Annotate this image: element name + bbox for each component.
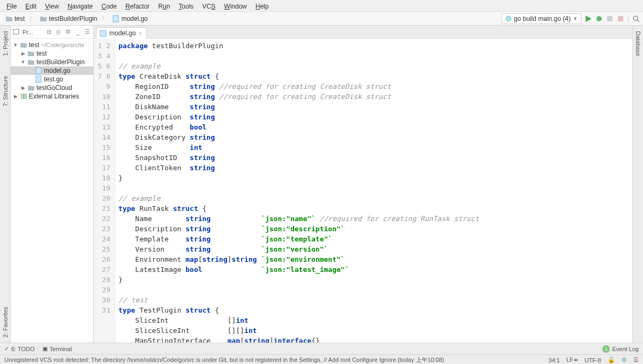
svg-point-6: [633, 16, 638, 20]
run-config-label: go build main.go (4): [514, 15, 571, 22]
project-view-icon[interactable]: [13, 28, 20, 36]
right-toolstrip: Database: [632, 26, 643, 343]
breadcrumb-item[interactable]: model.go: [110, 14, 149, 23]
more-icon[interactable]: ☰: [633, 357, 639, 363]
tab-structure[interactable]: 7: Structure: [2, 74, 9, 109]
tab-database[interactable]: Database: [635, 29, 641, 58]
gutter: 1 2 3 4 5 6 7 8 9 10 11 12 13 14 15 16 1…: [94, 39, 115, 343]
tree-node[interactable]: ▶test: [11, 49, 93, 58]
editor-area: model.go × 1 2 3 4 5 6 7 8 9 10 11 12 13…: [94, 26, 632, 343]
svg-rect-0: [113, 16, 118, 22]
status-message[interactable]: Unregistered VCS root detected: The dire…: [4, 356, 444, 364]
menu-code[interactable]: Code: [98, 2, 120, 10]
svg-rect-4: [607, 16, 612, 21]
search-button[interactable]: [632, 15, 640, 22]
svg-rect-14: [100, 31, 106, 36]
editor-tab-label: model.go: [109, 29, 136, 37]
svg-line-7: [637, 20, 639, 22]
menu-help[interactable]: Help: [252, 2, 272, 10]
breadcrumb-item[interactable]: testBuilderPlugin: [38, 14, 99, 23]
svg-rect-10: [36, 76, 41, 82]
svg-rect-13: [25, 94, 27, 99]
settings-icon[interactable]: ⚙: [64, 28, 72, 36]
tab-eventlog[interactable]: Event Log: [612, 346, 639, 352]
chevron-icon: 〉: [100, 14, 109, 23]
svg-rect-11: [21, 94, 23, 99]
tree-node[interactable]: test.go: [11, 75, 93, 84]
tree-node[interactable]: ▶External Libraries: [11, 92, 93, 101]
menu-bar: FileEditViewNavigateCodeRefactorRunTools…: [0, 0, 643, 12]
dropdown-icon: ▼: [573, 16, 578, 21]
bottom-toolbar: ✓ 6: TODO ▣ Terminal 1 Event Log: [0, 343, 643, 354]
collapse-all-icon[interactable]: ⊟: [45, 28, 53, 36]
svg-point-3: [596, 16, 602, 21]
hide-icon[interactable]: ⎯: [74, 28, 81, 36]
tab-favorites[interactable]: 2: Favorites: [2, 305, 9, 339]
navigation-bar: test〉testBuilderPlugin〉model.go go build…: [0, 12, 643, 26]
stop-button[interactable]: [617, 15, 624, 22]
menu-tools[interactable]: Tools: [175, 2, 197, 10]
run-coverage-button[interactable]: [606, 15, 614, 22]
event-badge: 1: [602, 345, 610, 353]
target-icon[interactable]: ◎: [55, 28, 62, 36]
tab-terminal[interactable]: ▣ Terminal: [42, 345, 72, 352]
code-editor[interactable]: 1 2 3 4 5 6 7 8 9 10 11 12 13 14 15 16 1…: [94, 39, 632, 343]
svg-rect-8: [13, 29, 19, 34]
editor-tabbar: model.go ×: [94, 26, 632, 39]
status-line-ending[interactable]: LF≑: [566, 357, 578, 363]
status-encoding[interactable]: UTF-8: [585, 357, 601, 363]
status-bar: Unregistered VCS root detected: The dire…: [0, 354, 643, 364]
menu-navigate[interactable]: Navigate: [64, 2, 96, 10]
tab-project[interactable]: 1: Project: [2, 29, 9, 58]
breadcrumb-item[interactable]: test: [3, 14, 27, 23]
menu-refactor[interactable]: Refactor: [122, 2, 153, 10]
project-panel: Pr... ⊟ ◎ ⚙ ⎯ ☰ ▼test ~/Code/go/src/te▶t…: [11, 26, 94, 343]
gear-icon[interactable]: ☰: [84, 28, 91, 36]
gear-icon[interactable]: ⚙: [622, 357, 627, 363]
close-icon[interactable]: ×: [138, 30, 141, 36]
gofile-icon: [100, 30, 107, 37]
svg-rect-5: [618, 16, 623, 21]
menu-window[interactable]: Window: [221, 2, 250, 10]
status-position[interactable]: 34:1: [549, 357, 560, 363]
project-tree[interactable]: ▼test ~/Code/go/src/te▶test▼testBuilderP…: [11, 39, 93, 343]
menu-edit[interactable]: Edit: [22, 2, 40, 10]
debug-button[interactable]: [595, 15, 603, 22]
tab-todo[interactable]: ✓ 6: TODO: [4, 345, 35, 352]
tree-node[interactable]: model.go: [11, 66, 93, 75]
svg-point-1: [506, 16, 511, 21]
tree-node[interactable]: ▶testGoCloud: [11, 84, 93, 92]
run-config-selector[interactable]: go build main.go (4) ▼: [502, 13, 581, 24]
svg-rect-9: [36, 67, 41, 74]
breadcrumb: test〉testBuilderPlugin〉model.go: [3, 14, 150, 23]
menu-run[interactable]: Run: [155, 2, 173, 10]
go-icon: [505, 16, 512, 22]
code-content[interactable]: package testBuilderPlugin // example typ…: [115, 39, 632, 343]
chevron-icon: 〉: [28, 14, 36, 23]
menu-vcs[interactable]: VCS: [199, 2, 219, 10]
svg-rect-12: [23, 94, 25, 99]
left-toolstrip: 1: Project 7: Structure 2: Favorites: [0, 26, 11, 343]
svg-marker-2: [586, 16, 592, 22]
menu-file[interactable]: File: [3, 2, 20, 10]
project-panel-title: Pr...: [23, 29, 33, 35]
tree-node[interactable]: ▼testBuilderPlugin: [11, 58, 93, 66]
tree-node[interactable]: ▼test ~/Code/go/src/te: [11, 41, 93, 49]
project-panel-header: Pr... ⊟ ◎ ⚙ ⎯ ☰: [11, 26, 93, 39]
lock-icon[interactable]: 🔓: [608, 357, 615, 363]
menu-view[interactable]: View: [42, 2, 62, 10]
editor-tab[interactable]: model.go ×: [96, 27, 147, 39]
run-button[interactable]: [585, 15, 592, 22]
